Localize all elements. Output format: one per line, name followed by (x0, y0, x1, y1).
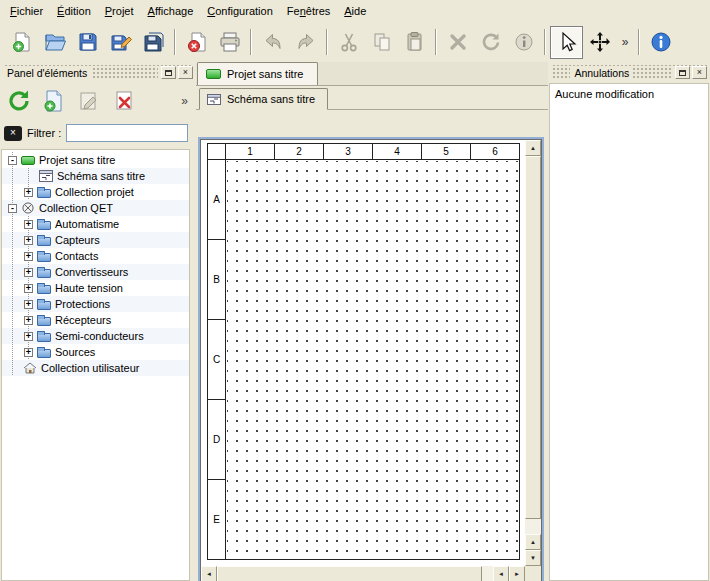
new-element-button[interactable] (39, 86, 69, 116)
row-header: D (208, 399, 225, 479)
expand-icon[interactable]: + (24, 316, 33, 325)
expand-icon[interactable]: + (24, 220, 33, 229)
collapse-icon[interactable]: - (8, 156, 17, 165)
more-tools-button[interactable]: » (616, 26, 634, 59)
vertical-scrollbar[interactable]: ▲ ▲ ▼ (525, 140, 541, 566)
menu-affichage[interactable]: Affichage (141, 1, 201, 21)
toolbar-separator (174, 29, 176, 55)
collapse-icon[interactable]: - (8, 204, 17, 213)
folder-icon (37, 282, 51, 294)
expand-icon[interactable]: + (24, 236, 33, 245)
scroll-left-button[interactable]: ◄ (201, 566, 217, 581)
schema-frame: 1 2 3 4 5 6 A B C D (207, 143, 520, 560)
tree-item-haute-tension[interactable]: + Haute tension (2, 280, 189, 296)
cut-button[interactable] (332, 26, 365, 59)
open-project-button[interactable] (38, 26, 71, 59)
tree-item-sources[interactable]: + Sources (2, 344, 189, 360)
tree-item-convertisseurs[interactable]: + Convertisseurs (2, 264, 189, 280)
tree-item-contacts[interactable]: + Contacts (2, 248, 189, 264)
expand-icon[interactable]: + (24, 332, 33, 341)
menu-configuration[interactable]: Configuration (200, 1, 280, 21)
float-dock-button[interactable] (161, 66, 176, 79)
elements-panel-titlebar[interactable]: Panel d'éléments × (3, 65, 193, 80)
tree-item-schema[interactable]: Schéma sans titre (2, 168, 189, 184)
horizontal-scroll-track[interactable] (217, 566, 493, 581)
delete-button[interactable] (441, 26, 474, 59)
expand-icon[interactable]: + (24, 268, 33, 277)
undo-button[interactable] (256, 26, 289, 59)
expand-icon[interactable]: + (24, 284, 33, 293)
save-all-button[interactable] (137, 26, 170, 59)
scroll-right-button[interactable]: ► (509, 566, 525, 581)
tab-schema[interactable]: Schéma sans titre (199, 88, 328, 110)
panel-more-button[interactable]: » (181, 94, 190, 108)
tree-item-recepteurs[interactable]: + Récepteurs (2, 312, 189, 328)
row-header: C (208, 319, 225, 399)
folder-icon (37, 298, 51, 310)
close-document-button[interactable] (180, 26, 213, 59)
folder-icon (37, 266, 51, 278)
undo-dock-titlebar[interactable]: Annulations × (551, 65, 707, 80)
tree-item-project[interactable]: - Projet sans titre (2, 152, 189, 168)
expand-icon[interactable]: + (24, 188, 33, 197)
select-pointer-button[interactable] (550, 26, 583, 59)
horizontal-scroll-thumb[interactable] (217, 566, 482, 581)
pan-button[interactable] (583, 26, 616, 59)
schema-grid[interactable] (227, 161, 519, 559)
tree-item-collection-qet[interactable]: - Collection QET (2, 200, 189, 216)
pointer-icon (556, 31, 578, 53)
tree-item-automatisme[interactable]: + Automatisme (2, 216, 189, 232)
element-information-button[interactable] (507, 26, 540, 59)
elements-tree: - Projet sans titre Schéma sans titre + … (1, 149, 190, 581)
vertical-scroll-track[interactable] (525, 156, 541, 534)
vertical-scroll-thumb[interactable] (525, 156, 541, 519)
paste-button[interactable] (398, 26, 431, 59)
rotate-button[interactable] (474, 26, 507, 59)
delete-icon (447, 31, 469, 53)
close-dock-button[interactable]: × (692, 66, 707, 79)
menu-fichier[interactable]: Fichier (3, 1, 50, 21)
about-button[interactable] (644, 26, 677, 59)
scroll-left-button[interactable]: ◄ (493, 566, 509, 581)
menu-fenetres[interactable]: Fenêtres (280, 1, 337, 21)
menu-projet[interactable]: Projet (98, 1, 141, 21)
menu-edition[interactable]: Édition (50, 1, 98, 21)
expand-icon[interactable]: + (24, 300, 33, 309)
filter-input[interactable] (66, 124, 188, 142)
copy-button[interactable] (365, 26, 398, 59)
reload-collections-button[interactable] (4, 86, 34, 116)
tree-item-collection-utilisateur[interactable]: Collection utilisateur (2, 360, 189, 376)
main-toolbar: » (0, 22, 710, 62)
scroll-up-button[interactable]: ▲ (525, 534, 541, 550)
print-button[interactable] (213, 26, 246, 59)
close-dock-button[interactable]: × (178, 66, 193, 79)
expand-icon[interactable]: + (24, 348, 33, 357)
undo-icon (262, 31, 284, 53)
save-button[interactable] (71, 26, 104, 59)
folder-icon (37, 346, 51, 358)
folder-icon (37, 250, 51, 262)
tree-item-collection-projet[interactable]: + Collection projet (2, 184, 189, 200)
open-folder-icon (44, 31, 66, 53)
horizontal-scrollbar[interactable]: ◄ ◄ ► (201, 566, 525, 581)
elements-panel-title: Panel d'éléments (3, 67, 91, 79)
undo-history-list[interactable]: Aucune modification (549, 83, 709, 581)
tab-project[interactable]: Projet sans titre (197, 62, 318, 85)
schema-canvas[interactable]: 1 2 3 4 5 6 A B C D (201, 140, 525, 566)
tree-item-protections[interactable]: + Protections (2, 296, 189, 312)
tree-item-semi-conducteurs[interactable]: + Semi-conducteurs (2, 328, 189, 344)
scroll-up-button[interactable]: ▲ (525, 140, 541, 156)
float-dock-button[interactable] (675, 66, 690, 79)
scroll-down-button[interactable]: ▼ (525, 550, 541, 566)
undo-empty-item[interactable]: Aucune modification (555, 88, 703, 100)
menu-aide[interactable]: Aide (337, 1, 373, 21)
redo-button[interactable] (289, 26, 322, 59)
folder-icon (37, 314, 51, 326)
clear-filter-button[interactable]: × (4, 126, 22, 141)
tree-item-capteurs[interactable]: + Capteurs (2, 232, 189, 248)
save-as-button[interactable] (104, 26, 137, 59)
new-document-button[interactable] (5, 26, 38, 59)
delete-element-button[interactable] (109, 86, 139, 116)
edit-element-button[interactable] (74, 86, 104, 116)
expand-icon[interactable]: + (24, 252, 33, 261)
